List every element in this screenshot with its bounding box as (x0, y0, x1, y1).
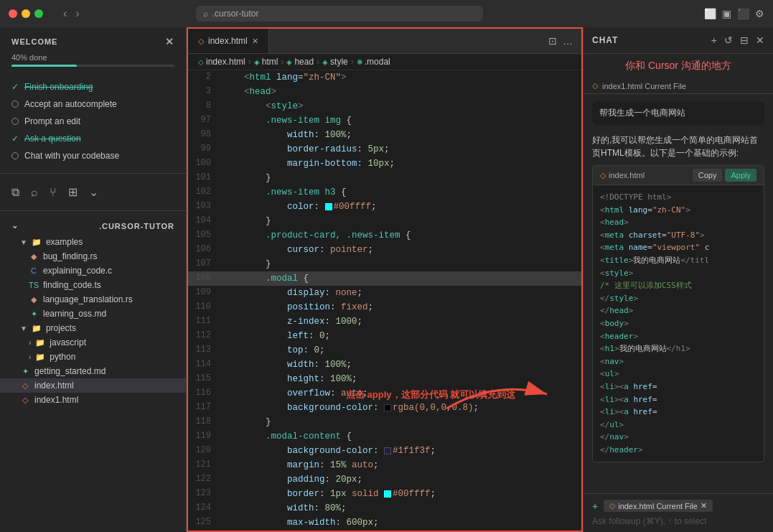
sidebar-item-autocomplete[interactable]: Accept an autocomplete (0, 95, 186, 113)
line-number: 126 (188, 530, 222, 531)
tree-item-python[interactable]: › 📁 python (0, 350, 186, 364)
close-button[interactable] (9, 9, 17, 18)
editor-tabs: ◇ index.html ✕ ⊡ … (188, 29, 581, 54)
sidebar-item-chat-codebase[interactable]: Chat with your codebase (0, 147, 186, 164)
rust-file-icon: ◆ (29, 295, 39, 304)
nav-forward-button[interactable]: › (72, 6, 82, 22)
chat-title: CHAT (592, 35, 618, 45)
tree-label: python (50, 352, 75, 362)
user-message: 帮我生成一个电商网站 (592, 101, 764, 125)
minimize-button[interactable] (22, 9, 30, 18)
title-icons: ⬜ ▣ ⬛ ⚙ (704, 8, 764, 19)
chat-messages[interactable]: 帮我生成一个电商网站 好的,我可以帮您生成一个简单的电商网站首页HTML模板。以… (584, 94, 773, 493)
breadcrumb-sep: › (351, 57, 354, 67)
code-block-line: <meta name="viewport" c (600, 241, 756, 254)
line-number: 116 (188, 386, 222, 400)
assistant-message: 好的,我可以帮您生成一个简单的电商网站首页HTML模板。以下是一个基础的示例: (592, 134, 764, 159)
tree-item-bug-finding[interactable]: ◆ bug_finding.rs (0, 249, 186, 263)
chat-file-tab[interactable]: ◇ index.html Current File ✕ (604, 500, 713, 512)
tree-item-projects[interactable]: ▼ 📁 projects (0, 321, 186, 335)
sidebar-item-prompt-edit[interactable]: Prompt an edit (0, 113, 186, 130)
split-icon[interactable]: ⬛ (737, 8, 749, 19)
code-line-119: 119 .modal-content { (188, 429, 581, 444)
nav-back-button[interactable]: ‹ (60, 6, 70, 22)
code-editor[interactable]: 2 <html lang="zh-CN"> 3 <head> 8 <style>… (188, 70, 581, 531)
more-actions-icon[interactable]: … (563, 35, 573, 47)
close-file-tab-icon[interactable]: ✕ (701, 501, 707, 510)
chevron-down-icon[interactable]: ⌄ (89, 185, 98, 199)
tree-item-getting-started[interactable]: ✦ getting_started.md (0, 364, 186, 378)
tree-item-finding-code[interactable]: TS finding_code.ts (0, 278, 186, 292)
history-icon[interactable]: ↺ (724, 34, 733, 46)
titlebar: ‹ › ⌕ .cursor-tutor ⬜ ▣ ⬛ ⚙ (0, 0, 773, 27)
chat-footer: + ◇ index.html Current File ✕ Ask follow… (584, 493, 773, 532)
settings-icon[interactable]: ⚙ (755, 8, 764, 19)
code-line-122: 122 padding: 20px; (188, 472, 581, 487)
line-content: } (222, 171, 581, 185)
split-editor-icon[interactable]: ⊡ (548, 35, 557, 47)
copy-icon[interactable]: ⧉ (11, 186, 19, 199)
tree-item-examples[interactable]: ▼ 📁 examples (0, 235, 186, 249)
code-block-line: <li><a href= (600, 393, 756, 406)
code-block-line: <body> (600, 317, 756, 330)
code-line-107: 107 } (188, 257, 581, 271)
git-icon[interactable]: ⑂ (50, 186, 57, 199)
code-line-113: 113 top: 0; (188, 343, 581, 358)
tree-label: projects (46, 323, 76, 333)
copy-button[interactable]: Copy (693, 169, 723, 182)
folder-icon: 📁 (35, 353, 45, 362)
code-line-111: 111 z-index: 1000; (188, 314, 581, 329)
sidebar-item-finish-onboarding[interactable]: ✓ Finish onboarding (0, 78, 186, 95)
layout-icon[interactable]: ⊟ (740, 34, 749, 46)
line-number: 113 (188, 343, 222, 357)
sidebar-item-ask-question[interactable]: ✓ Ask a question (0, 130, 186, 147)
code-line-115: 115 height: 100%; (188, 372, 581, 386)
sidebar-item-label: Prompt an edit (24, 116, 80, 126)
code-block-header: ◇ index.html Copy Apply (593, 166, 764, 185)
close-chat-icon[interactable]: ✕ (756, 34, 764, 46)
tab-close-button[interactable]: ✕ (252, 37, 258, 46)
tree-item-language-translation[interactable]: ◆ language_translation.rs (0, 292, 186, 307)
explorer-title[interactable]: ⌄ .CURSOR-TUTOR (0, 217, 186, 235)
circle-icon (11, 118, 19, 125)
sidebar-header: WELCOME ✕ (0, 27, 186, 53)
progress-fill (11, 65, 77, 67)
line-content: cursor: pointer; (222, 243, 581, 257)
add-file-button[interactable]: + (592, 500, 598, 512)
tree-item-explaining-code[interactable]: C explaining_code.c (0, 263, 186, 278)
sidebar-icon[interactable]: ⬜ (704, 8, 716, 19)
tree-label: language_translation.rs (43, 294, 133, 304)
chat-file-tab-row: + ◇ index.html Current File ✕ (592, 500, 764, 512)
line-number: 106 (188, 243, 222, 256)
traffic-lights (9, 9, 43, 18)
line-content: width: 100%; (222, 128, 581, 142)
editor-area: ◇ index.html ✕ ⊡ … ◇ index.html › ◈ html… (187, 27, 583, 532)
check-icon: ✓ (11, 82, 19, 92)
layout-icon[interactable]: ▣ (722, 8, 731, 19)
user-message-text: 帮我生成一个电商网站 (599, 108, 685, 118)
maximize-button[interactable] (34, 9, 43, 18)
tree-item-learning-oss[interactable]: ✦ learning_oss.md (0, 307, 186, 321)
line-content: position: fixed; (222, 300, 581, 314)
tree-item-index-html[interactable]: ◇ index.html (0, 378, 186, 393)
code-line-124: 124 width: 80%; (188, 501, 581, 515)
add-chat-icon[interactable]: + (711, 34, 717, 46)
line-number: 104 (188, 214, 222, 228)
code-line-121: 121 margin: 15% auto; (188, 458, 581, 472)
tree-item-javascript[interactable]: › 📁 javascript (0, 335, 186, 350)
search-files-icon[interactable]: ⌕ (31, 186, 38, 199)
code-line-114: 114 width: 100%; (188, 358, 581, 372)
line-number: 99 (188, 142, 222, 156)
tree-item-index1-html[interactable]: ◇ index1.html (0, 393, 186, 407)
editor-tab-index-html[interactable]: ◇ index.html ✕ (188, 29, 269, 53)
html-file-icon: ◇ (20, 396, 30, 405)
apply-button[interactable]: Apply (725, 169, 756, 182)
tree-label: index.html (34, 381, 74, 391)
chat-panel: CHAT + ↺ ⊟ ✕ 你和 Cursor 沟通的地方 ◇ index1.ht… (583, 27, 773, 532)
tree-label: index1.html (34, 395, 78, 405)
extensions-icon[interactable]: ⊞ (68, 185, 78, 199)
sidebar-close-button[interactable]: ✕ (165, 36, 174, 47)
html-tab-icon: ◇ (198, 37, 204, 46)
breadcrumb-sep: › (248, 57, 251, 67)
search-bar[interactable]: ⌕ .cursor-tutor (196, 6, 483, 22)
